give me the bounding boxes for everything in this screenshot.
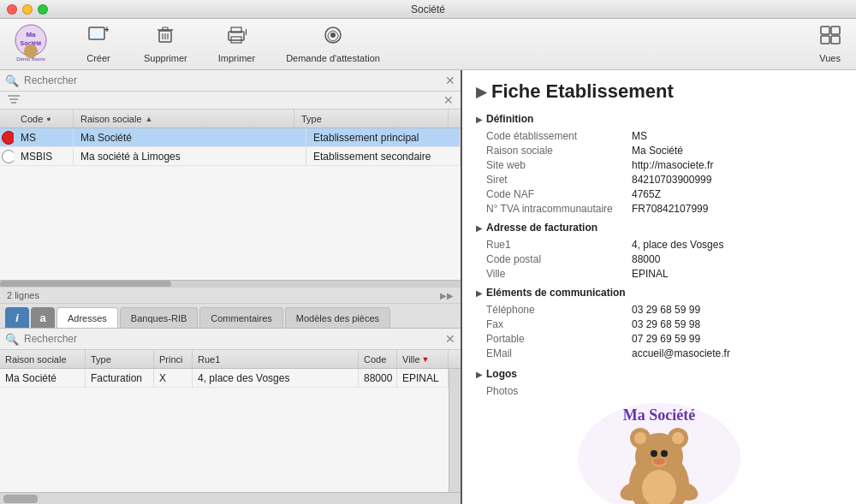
titlebar: Société (0, 0, 856, 19)
tab-info-button[interactable]: i (5, 307, 29, 328)
svg-point-36 (661, 450, 668, 457)
svg-point-32 (634, 432, 646, 444)
svg-text:+: + (104, 26, 109, 34)
row-code: MSBIS (14, 147, 74, 165)
communication-title: Eléments de communication (486, 287, 626, 299)
definition-title: Définition (486, 113, 533, 125)
imprimer-button[interactable]: ▶ Imprimer (211, 22, 262, 67)
field-code-postal: Code postal 88000 (476, 253, 842, 265)
addr-row[interactable]: Ma Société Facturation X 4, place des Vo… (0, 369, 449, 388)
vues-icon: ▼ (820, 26, 841, 50)
filter-icon[interactable] (7, 94, 21, 107)
scroll-right-icon[interactable]: ▶▶ (440, 291, 454, 300)
logos-arrow-icon: ▶ (476, 370, 483, 379)
app-logo: Ma Société Démo 8sens (9, 23, 53, 66)
filter-bar: ✕ (0, 92, 461, 110)
bottom-scrollbar[interactable] (0, 492, 461, 504)
vues-button[interactable]: ▼ Vues (812, 22, 847, 67)
row-indicator-white (2, 150, 14, 163)
field-code-etablissement: Code établissement MS (476, 130, 842, 142)
creer-button[interactable]: + Créer (77, 22, 120, 67)
search-icon: 🔍 (5, 74, 19, 87)
addr-col-ville: Ville ▼ (397, 350, 449, 368)
row-type: Etablissement secondaire (306, 147, 461, 165)
table-row[interactable]: MS Ma Société Etablissement principal (0, 128, 461, 147)
addr-col-rs: Raison sociale (0, 350, 86, 368)
field-ville: Ville EPINAL (476, 268, 842, 280)
addr-rue: 4, place des Vosges (193, 369, 359, 387)
table-header: Code ● Raison sociale ▲ Type (0, 110, 461, 128)
col-raison: Raison sociale ▲ (74, 110, 294, 127)
tab-commentaires[interactable]: Commentaires (199, 307, 283, 328)
supprimer-button[interactable]: Supprimer (137, 22, 194, 67)
svg-point-34 (672, 432, 684, 444)
row-raison: Ma Société (74, 128, 306, 146)
addr-search-input[interactable] (24, 333, 440, 345)
table-body: MS Ma Société Etablissement principal MS… (0, 128, 461, 280)
col-code: Code ● (14, 110, 74, 127)
tab-modeles[interactable]: Modèles des pièces (285, 307, 390, 328)
imprimer-label: Imprimer (218, 53, 255, 63)
adresse-arrow-icon: ▶ (476, 223, 483, 233)
company-logo: Ma Société Démo 8sens (565, 399, 753, 505)
field-portable: Portable 07 29 69 59 99 (476, 333, 842, 345)
addr-search-close[interactable]: ✕ (445, 332, 455, 346)
logo-container: Ma Société Démo 8sens (476, 400, 842, 504)
logos-section-header[interactable]: ▶ Logos (476, 368, 842, 380)
definition-section-header[interactable]: ▶ Définition (476, 113, 842, 125)
field-code-naf: Code NAF 4765Z (476, 188, 842, 200)
adresse-title: Adresse de facturation (486, 222, 597, 234)
imprimer-icon: ▶ (226, 26, 247, 50)
field-telephone: Téléphone 03 29 68 59 99 (476, 304, 842, 316)
svg-text:Ma Société: Ma Société (623, 406, 695, 424)
fiche-title: ▶ Fiche Etablissement (476, 80, 842, 103)
main-layout: 🔍 ✕ ✕ Code ● Raison sociale (0, 70, 856, 504)
row-type: Etablissement principal (306, 128, 461, 146)
photos-row: Photos (476, 385, 842, 397)
addr-col-code: Code (359, 350, 397, 368)
close-button[interactable] (7, 4, 17, 15)
search-close-icon[interactable]: ✕ (445, 74, 455, 87)
window-title: Société (411, 3, 445, 15)
sort-indicator: ● (46, 115, 51, 123)
search-input[interactable] (24, 74, 440, 86)
tab-banques-rib[interactable]: Banques-RIB (120, 307, 198, 328)
svg-point-35 (651, 450, 657, 457)
addr-ville: EPINAL (397, 369, 449, 387)
tabs-bar: i a Adresses Banques-RIB Commentaires Mo… (0, 304, 461, 329)
minimize-button[interactable] (22, 4, 33, 15)
addr-col-principal: Princi (154, 350, 193, 368)
definition-arrow-icon: ▶ (476, 115, 483, 124)
addr-principal: X (154, 369, 193, 387)
addr-vertical-scrollbar[interactable] (449, 369, 461, 492)
addr-code: 88000 (359, 369, 397, 387)
addr-search-bar: 🔍 ✕ (0, 329, 461, 350)
adresse-section-header[interactable]: ▶ Adresse de facturation (476, 222, 842, 234)
sort-up-icon: ▲ (146, 115, 153, 123)
row-raison: Ma société à Limoges (74, 147, 306, 165)
demande-button[interactable]: Demande d'attestation (279, 22, 387, 67)
table-footer: 2 lignes ▶▶ (0, 287, 461, 303)
communication-section-header[interactable]: ▶ Eléments de communication (476, 287, 842, 299)
addr-table-header: Raison sociale Type Princi Rue1 Code Vil… (0, 350, 461, 369)
supprimer-label: Supprimer (144, 53, 187, 63)
addr-col-type: Type (86, 350, 154, 368)
table-row[interactable]: MSBIS Ma société à Limoges Etablissement… (0, 147, 461, 166)
address-section: i a Adresses Banques-RIB Commentaires Mo… (0, 304, 461, 492)
svg-text:▶: ▶ (246, 27, 247, 36)
maximize-button[interactable] (38, 4, 48, 15)
addr-rs: Ma Société (0, 369, 86, 387)
creer-icon: + (88, 26, 109, 50)
left-panel: 🔍 ✕ ✕ Code ● Raison sociale (0, 70, 462, 504)
right-panel: ▶ Fiche Etablissement ▶ Définition Code … (462, 70, 856, 504)
filter-close-icon[interactable]: ✕ (443, 93, 454, 107)
window-controls[interactable] (7, 4, 48, 15)
svg-point-19 (330, 33, 336, 38)
bottom-scrollbar-thumb (3, 495, 38, 503)
demande-label: Demande d'attestation (286, 53, 380, 63)
tab-adresses[interactable]: Adresses (56, 307, 118, 328)
fiche-arrow-icon: ▶ (476, 84, 486, 100)
tab-alpha-button[interactable]: a (31, 307, 55, 328)
svg-rect-22 (821, 36, 829, 44)
horizontal-scrollbar[interactable] (0, 280, 461, 287)
